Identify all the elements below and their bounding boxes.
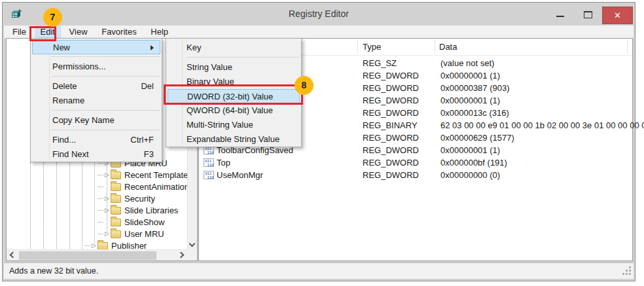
expand-arrow-icon[interactable]: ▷ — [103, 169, 111, 181]
folder-icon — [111, 183, 121, 191]
submenu-item-expandable-string-value[interactable]: Expandable String Value — [166, 132, 301, 147]
annotation-badge-7: 7 — [43, 8, 62, 27]
scrollbar-corner — [187, 249, 197, 260]
annotation-box-dword — [164, 84, 303, 105]
tree-indent-guide — [30, 162, 31, 249]
scroll-right-icon[interactable] — [178, 252, 185, 259]
menu-separator — [51, 110, 160, 111]
tree-indent-guide — [69, 162, 70, 249]
maximize-icon — [584, 11, 592, 18]
tree-indent-guide — [82, 162, 82, 249]
folder-icon — [98, 242, 108, 250]
folder-icon — [111, 207, 121, 215]
tree-item-recent-templates[interactable]: ▷Recent Templates — [98, 169, 192, 181]
submenu-arrow-icon — [151, 45, 154, 50]
menu-separator — [51, 76, 160, 77]
menu-item-new[interactable]: New — [32, 40, 160, 54]
maximize-button[interactable] — [577, 7, 599, 24]
menu-separator — [51, 130, 160, 130]
status-text: Adds a new 32 bit value. — [9, 263, 98, 279]
tree-indent-guide — [56, 162, 57, 249]
folder-icon — [111, 171, 121, 179]
menu-help[interactable]: Help — [145, 26, 174, 39]
scroll-down-icon[interactable] — [189, 241, 196, 247]
minimize-icon — [556, 16, 564, 17]
value-row-top[interactable]: 011110 TopREG_DWORD0x000000bf (191) — [199, 156, 632, 169]
dword-value-icon: 011110 — [204, 171, 214, 179]
menu-bar: File Edit View Favorites Help — [4, 26, 634, 39]
submenu-item-qword-64bit-value[interactable]: QWORD (64-bit) Value — [166, 103, 301, 118]
column-divider[interactable] — [357, 41, 358, 54]
title-bar: Registry Editor ✕ — [3, 3, 635, 26]
scroll-left-icon[interactable] — [10, 252, 16, 259]
column-divider[interactable] — [627, 41, 628, 54]
menu-view[interactable]: View — [63, 26, 94, 39]
expand-arrow-icon[interactable]: ▷ — [103, 228, 111, 240]
screenshot-root: Registry Editor ✕ File Edit View Favorit… — [0, 0, 644, 286]
status-bar: Adds a new 32 bit value. — [4, 262, 634, 279]
svg-text:110: 110 — [207, 163, 214, 167]
folder-icon — [111, 230, 121, 238]
menu-file[interactable]: File — [7, 26, 32, 39]
submenu-item-key[interactable]: Key — [166, 41, 301, 55]
tree-item-recentanimation[interactable]: ▷RecentAnimation — [98, 181, 189, 192]
window-title: Registry Editor — [3, 3, 635, 26]
submenu-item-string-value[interactable]: String Value — [166, 60, 301, 75]
folder-icon — [111, 195, 121, 203]
folder-icon — [111, 219, 121, 226]
column-divider[interactable] — [435, 41, 435, 54]
menu-separator — [51, 56, 160, 57]
annotation-badge-8: 8 — [295, 76, 313, 95]
menu-favorites[interactable]: Favorites — [96, 26, 142, 39]
svg-text:110: 110 — [207, 151, 214, 154]
menu-item-delete[interactable]: Delete Del — [31, 79, 162, 94]
registry-editor-window: Registry Editor ✕ File Edit View Favorit… — [2, 2, 635, 281]
column-header-data[interactable]: Data — [439, 39, 457, 55]
menu-separator — [187, 57, 299, 58]
menu-item-rename[interactable]: Rename — [31, 94, 162, 108]
menu-item-find[interactable]: Find... Ctrl+F — [31, 133, 162, 147]
tree-item-slide-libraries[interactable]: ▷Slide Libraries — [98, 204, 178, 216]
annotation-box-edit — [29, 26, 56, 41]
tree-indent-guide — [43, 162, 44, 249]
tree-indent-guide — [94, 162, 95, 245]
tree-item-security[interactable]: ▷Security — [98, 192, 155, 204]
close-button[interactable]: ✕ — [602, 7, 633, 24]
svg-text:110: 110 — [207, 175, 214, 179]
dword-value-icon: 011110 — [204, 158, 214, 167]
resize-grip-icon[interactable] — [622, 266, 632, 277]
tree-item-slideshow[interactable]: ▷SlideShow — [98, 216, 164, 228]
menu-item-find-next[interactable]: Find Next F3 — [31, 147, 162, 162]
menu-item-permissions[interactable]: Permissions... — [31, 60, 162, 74]
column-header-type[interactable]: Type — [363, 39, 381, 55]
tree-horizontal-scrollbar[interactable] — [7, 249, 187, 260]
menu-item-copy-key-name[interactable]: Copy Key Name — [31, 113, 162, 128]
expand-arrow-icon[interactable]: ▷ — [103, 192, 111, 204]
submenu-item-multi-string-value[interactable]: Multi-String Value — [166, 118, 301, 132]
edit-dropdown-menu: New Permissions... Delete Del Rename Cop… — [30, 38, 162, 162]
minimize-button[interactable] — [549, 7, 571, 24]
scrollbar-thumb[interactable] — [19, 251, 156, 260]
expand-arrow-icon[interactable]: ▷ — [103, 204, 111, 216]
value-row-usemonmgr[interactable]: 011110 UseMonMgrREG_DWORD0x00000000 (0) — [199, 169, 632, 181]
tree-item-user-mru[interactable]: ▷User MRU — [98, 228, 164, 240]
close-icon: ✕ — [614, 10, 621, 20]
